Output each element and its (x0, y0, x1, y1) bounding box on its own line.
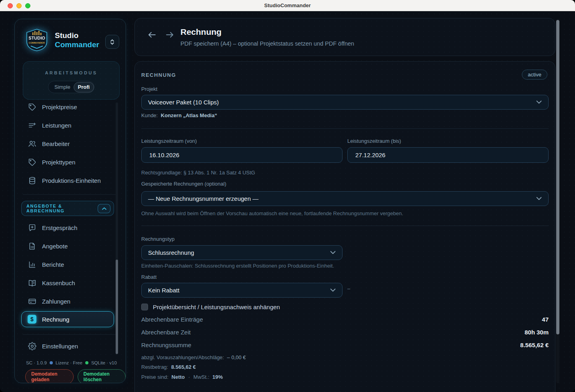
sidebar-item-berichte[interactable]: Berichte (21, 255, 116, 274)
invoice-type-select[interactable]: Schlussrechnung (141, 245, 343, 260)
sidebar-status: SC · 1.0.9 Lizenz · Free SQLite · v10 (26, 360, 118, 365)
prices-line: Preise sind: Netto · MwSt.: 19% (141, 374, 223, 380)
project-label: Projekt (141, 86, 157, 92)
section-collapse-button[interactable] (98, 204, 110, 213)
back-button[interactable] (148, 30, 156, 39)
prices-net-value: Netto (172, 374, 185, 380)
sidebar-item-kassenbuch[interactable]: Kassenbuch (21, 274, 116, 292)
vat-value: 19% (212, 374, 223, 380)
customer-value: Konzern „Atlas Media“ (161, 112, 217, 118)
database-status-dot (85, 361, 88, 364)
saved-invoices-label: Gespeicherte Rechnungen (optional) (141, 181, 226, 187)
invoice-card-title: RECHNUNG (141, 72, 176, 78)
database-status: SQLite · v10 (91, 360, 117, 365)
period-from-label: Leistungszeitraum (von) (141, 138, 197, 144)
rest-value: 8.565,62 € (171, 364, 196, 370)
rest-label: Restbetrag: (141, 364, 168, 370)
license-status: Lizenz · Free (56, 360, 82, 365)
chat-plus-icon (28, 224, 36, 232)
logo-text-studio: STUDIO (28, 36, 45, 40)
minimize-window-button[interactable] (16, 3, 22, 8)
section-angebote-abrechnung[interactable]: ANGEBOTE & ABRECHNUNG (21, 201, 114, 216)
discount-label: Rabatt (141, 274, 156, 280)
sidebar-scrollbar-thumb[interactable] (116, 260, 118, 354)
arrow-left-icon (148, 32, 156, 38)
gear-icon (28, 342, 36, 350)
forward-button[interactable] (165, 30, 174, 39)
legal-basis-text: Rechtsgrundlage: § 13 Abs. 1 Nr. 1a Satz… (141, 170, 255, 176)
invoice-type-value: Schlussrechnung (148, 249, 194, 256)
main-scrollbar[interactable] (556, 19, 559, 383)
chevron-down-icon (330, 251, 336, 254)
sidebar-item-zahlungen[interactable]: Zahlungen (21, 292, 116, 310)
customer-label: Kunde: (141, 112, 158, 118)
brand-line2: Commander (55, 40, 99, 49)
sidebar-item-label: Kassenbuch (42, 280, 75, 286)
period-to-input[interactable]: 27.12.2026 (347, 147, 549, 163)
page-title: Rechnung (180, 27, 222, 37)
document-icon (28, 242, 36, 250)
list-plus-icon (28, 121, 36, 130)
app-window: StudioCommander STUDIO COMMANDER Studio … (0, 0, 575, 392)
discount-select[interactable]: Kein Rabatt (141, 283, 343, 298)
chevron-down-icon (536, 100, 542, 104)
sidebar-item-projekttypen[interactable]: Projekttypen (21, 153, 116, 171)
summary-label: Abrechenbare Zeit (141, 329, 190, 336)
discount-suffix: – (347, 286, 350, 292)
sidebar-item-angebote[interactable]: Angebote (21, 237, 116, 255)
zoom-window-button[interactable] (25, 3, 30, 8)
workmode-card: ARBEITSMODUS Simple Profi (23, 61, 120, 100)
sidebar-item-projektpreise[interactable]: Projektpreise (21, 102, 116, 116)
rest-line: Restbetrag: 8.565,62 € (141, 364, 196, 370)
arrow-right-icon (166, 32, 174, 38)
demo-data-loaded-badge[interactable]: Demodaten geladen (25, 369, 74, 383)
summary-row-entries: Abrechenbare Einträge 47 (141, 316, 549, 323)
sidebar-item-produktions-einheiten[interactable]: Produktions-Einheiten (21, 171, 116, 190)
sidebar-item-label: Projektpreise (42, 104, 77, 110)
workspace-switcher-button[interactable] (105, 35, 119, 49)
period-to-label: Leistungszeitraum (bis) (347, 138, 401, 144)
period-from-input[interactable]: 16.10.2026 (141, 147, 343, 163)
workmode-option-profi[interactable]: Profi (74, 82, 94, 92)
saved-invoices-select[interactable]: — Neue Rechnungsnummer erzeugen — (141, 191, 549, 206)
workmode-option-simple[interactable]: Simple (48, 84, 70, 90)
demo-data-delete-button[interactable]: Demodaten löschen (78, 369, 126, 383)
sidebar-item-leistungen[interactable]: Leistungen (21, 116, 116, 134)
separator-dot: · (188, 374, 190, 380)
sidebar-item-label: Produktions-Einheiten (42, 177, 101, 184)
sidebar-item-bearbeiter[interactable]: Bearbeiter (21, 134, 116, 153)
invoice-type-hint: Einheiten-Pauschalen: Schlussrechnung er… (141, 263, 334, 269)
demo-data-actions: Demodaten geladen Demodaten löschen (25, 369, 126, 383)
attach-report-row: Projektübersicht / Leistungsnachweis anh… (141, 304, 280, 310)
summary-row-time: Abrechenbare Zeit 80h 30m (141, 329, 549, 336)
sidebar-item-rechnung[interactable]: $ Rechnung (21, 311, 114, 327)
invoice-icon: $ (28, 315, 36, 324)
customer-line: Kunde: Konzern „Atlas Media“ (141, 112, 217, 118)
deduction-value: – 0,00 € (227, 354, 246, 360)
sidebar-scrollbar[interactable] (116, 102, 118, 354)
summary-label: Rechnungssumme (141, 342, 191, 348)
close-window-button[interactable] (8, 3, 13, 8)
discount-value: Kein Rabatt (148, 287, 179, 294)
summary-value: 8.565,62 € (520, 342, 549, 348)
sidebar-item-einstellungen[interactable]: Einstellungen (21, 337, 116, 355)
vat-label: MwSt.: (193, 374, 209, 380)
main-scrollbar-thumb[interactable] (556, 20, 559, 334)
page-subtitle: PDF speichern (A4) – optional Projektsta… (180, 40, 354, 47)
credit-card-icon (28, 297, 36, 306)
saved-invoices-value: — Neue Rechnungsnummer erzeugen — (148, 195, 258, 202)
project-select[interactable]: Voiceover Paket (10 Clips) (141, 95, 549, 110)
window-title: StudioCommander (0, 0, 575, 11)
sidebar-item-label: Erstgespräch (42, 224, 77, 231)
sidebar-item-erstgespraech[interactable]: Erstgespräch (21, 218, 116, 237)
sidebar-item-label: Rechnung (42, 316, 69, 323)
sidebar: STUDIO COMMANDER Studio Commander ARBEIT… (14, 19, 126, 383)
summary-value: 47 (542, 316, 549, 323)
summary-value: 80h 30m (525, 329, 549, 336)
prices-label: Preise sind: (141, 374, 168, 380)
attach-checkbox[interactable] (141, 304, 148, 310)
brand-title: Studio Commander (55, 31, 99, 49)
divider (141, 226, 549, 226)
divider (141, 128, 549, 129)
chevron-down-icon (536, 197, 542, 200)
